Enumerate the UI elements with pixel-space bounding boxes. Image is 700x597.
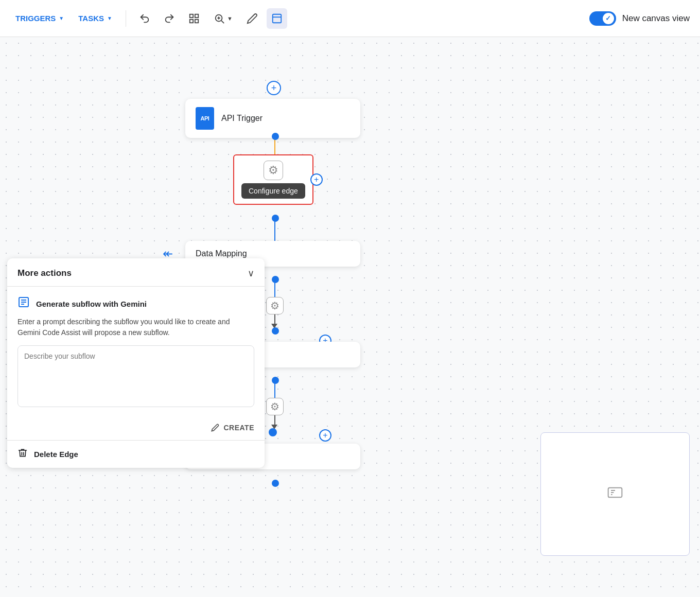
- panel-section: Generate subflow with Gemini Enter a pro…: [7, 287, 265, 418]
- delete-icon: [18, 448, 28, 461]
- toolbar: TRIGGERS ▼ TASKS ▼ ▼ ✓ New canvas view: [0, 0, 700, 37]
- tasks-menu[interactable]: TASKS ▼: [73, 10, 117, 27]
- panel-chevron[interactable]: ∨: [248, 268, 254, 279]
- dot-4: [272, 327, 279, 335]
- triggers-chevron: ▼: [59, 15, 64, 21]
- svg-rect-2: [190, 19, 193, 22]
- dot-1: [272, 133, 279, 140]
- delete-edge-row[interactable]: Delete Edge: [7, 440, 265, 468]
- dot-5: [272, 377, 279, 384]
- create-btn-row: CREATE: [7, 418, 265, 440]
- mini-map-icon: [607, 484, 623, 504]
- dot-2: [272, 215, 279, 222]
- gemini-row: Generate subflow with Gemini: [18, 296, 254, 311]
- gear-icon: ⚙: [264, 161, 283, 180]
- delete-label: Delete Edge: [34, 450, 78, 459]
- svg-line-5: [221, 21, 224, 23]
- gear-middle: ⚙: [266, 297, 284, 314]
- data-mapping-title: Data Mapping: [196, 249, 247, 258]
- subflow-textarea[interactable]: [18, 345, 254, 407]
- orange-line: [274, 139, 275, 155]
- svg-rect-8: [273, 14, 282, 23]
- canvas-button[interactable]: [267, 8, 287, 29]
- api-icon: API: [196, 107, 214, 130]
- canvas[interactable]: + API API Trigger ⚙ Configure edge +: [0, 37, 700, 597]
- toggle-check-icon: ✓: [605, 14, 611, 22]
- blue-line-2: [274, 221, 275, 241]
- svg-rect-0: [190, 14, 193, 17]
- tasks-chevron: ▼: [107, 15, 112, 21]
- svg-rect-3: [195, 19, 198, 22]
- triggers-label: TRIGGERS: [15, 14, 56, 23]
- add-right-configure[interactable]: +: [310, 173, 323, 186]
- more-actions-panel: More actions ∨ Generate subflow with Gem…: [7, 258, 265, 468]
- dot-6: [269, 428, 277, 436]
- dot-7: [272, 480, 279, 487]
- zoom-chevron: ▼: [227, 15, 233, 22]
- add-top-button[interactable]: +: [267, 81, 281, 97]
- configure-edge-tooltip: Configure edge: [241, 183, 305, 199]
- dot-3: [272, 276, 279, 283]
- create-button[interactable]: CREATE: [211, 424, 254, 432]
- arrow-line-2: [274, 415, 275, 425]
- line-3: [274, 282, 275, 297]
- tasks-label: TASKS: [78, 14, 104, 23]
- api-trigger-node[interactable]: API API Trigger: [185, 99, 360, 138]
- create-label: CREATE: [223, 424, 254, 432]
- api-trigger-title: API Trigger: [221, 114, 262, 123]
- svg-rect-1: [195, 14, 198, 17]
- mini-map: [540, 432, 690, 556]
- layout-button[interactable]: [184, 8, 204, 29]
- svg-rect-14: [608, 487, 622, 497]
- gemini-icon: [18, 296, 30, 311]
- undo-button[interactable]: [134, 8, 155, 29]
- line-4: [274, 383, 275, 398]
- edit-button[interactable]: [242, 8, 262, 29]
- add-right-lower[interactable]: +: [319, 429, 331, 442]
- zoom-button[interactable]: ▼: [208, 10, 238, 27]
- new-canvas-toggle[interactable]: ✓: [589, 11, 616, 26]
- divider-1: [126, 10, 126, 27]
- redo-button[interactable]: [159, 8, 180, 29]
- toggle-knob: ✓: [603, 13, 614, 24]
- panel-header: More actions ∨: [7, 258, 265, 286]
- triggers-menu[interactable]: TRIGGERS ▼: [10, 10, 69, 27]
- gear-lower: ⚙: [266, 398, 284, 415]
- new-canvas-label: New canvas view: [622, 13, 690, 24]
- new-canvas-toggle-wrap: ✓ New canvas view: [589, 11, 690, 26]
- configure-edge-area[interactable]: ⚙ Configure edge +: [233, 154, 313, 205]
- gemini-desc: Enter a prompt describing the subflow yo…: [18, 317, 254, 338]
- gemini-title: Generate subflow with Gemini: [36, 300, 147, 308]
- arrow-line-1: [274, 314, 275, 324]
- panel-title: More actions: [18, 268, 72, 278]
